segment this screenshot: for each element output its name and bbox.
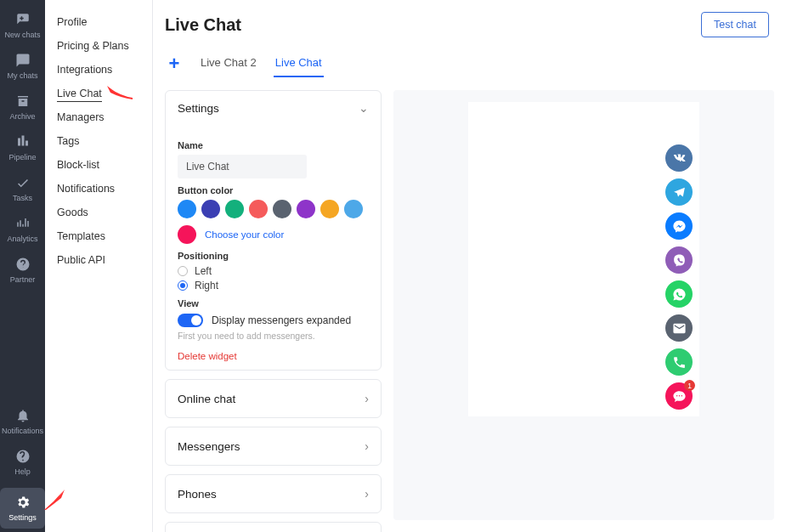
subnav-integrations[interactable]: Integrations bbox=[45, 58, 152, 82]
view-label: View bbox=[178, 298, 369, 308]
tab-live-chat-2[interactable]: Live Chat 2 bbox=[199, 49, 258, 77]
messenger-bubble-icon[interactable] bbox=[665, 212, 693, 240]
page-title: Live Chat bbox=[165, 15, 241, 35]
rail-notifications[interactable]: Notifications bbox=[0, 403, 45, 444]
color-swatch[interactable] bbox=[344, 200, 363, 218]
subnav-goods[interactable]: Goods bbox=[45, 201, 152, 224]
color-swatch[interactable] bbox=[201, 200, 220, 218]
online-chat-section[interactable]: Online chat› bbox=[165, 379, 382, 418]
preview-panel: 1 bbox=[393, 90, 774, 520]
color-swatch[interactable] bbox=[178, 200, 196, 218]
rail-tasks[interactable]: Tasks bbox=[0, 170, 45, 211]
phones-section[interactable]: Phones› bbox=[165, 474, 382, 513]
color-swatches bbox=[178, 200, 369, 218]
messengers-section[interactable]: Messengers› bbox=[165, 427, 382, 466]
view-hint: First you need to add messengers. bbox=[178, 331, 369, 341]
name-label: Name bbox=[178, 140, 369, 150]
custom-color-swatch[interactable] bbox=[178, 225, 196, 244]
test-chat-button[interactable]: Test chat bbox=[701, 12, 769, 37]
position-right-radio[interactable]: Right bbox=[178, 280, 369, 291]
subnav-block-list[interactable]: Block-list bbox=[45, 153, 152, 177]
rail-my-chats[interactable]: My chats bbox=[0, 48, 45, 88]
positioning-label: Positioning bbox=[178, 251, 369, 261]
chevron-right-icon: › bbox=[365, 487, 369, 501]
main-nav-rail: New chats My chats Archive Pipeline Task… bbox=[0, 0, 45, 532]
toggle-label: Display messengers expanded bbox=[212, 314, 351, 326]
display-expanded-toggle[interactable] bbox=[178, 314, 203, 327]
viber-bubble-icon[interactable] bbox=[665, 246, 693, 274]
position-left-radio[interactable]: Left bbox=[178, 265, 369, 277]
rail-analytics[interactable]: Analytics bbox=[0, 211, 45, 252]
settings-card: Settings ⌄ Name Button color bbox=[165, 90, 382, 371]
svg-text:$: $ bbox=[20, 261, 25, 269]
notification-badge: 1 bbox=[684, 380, 695, 391]
rail-help[interactable]: Help bbox=[0, 444, 45, 484]
subnav-public-api[interactable]: Public API bbox=[45, 248, 152, 272]
choose-color-link[interactable]: Choose your color bbox=[205, 229, 284, 240]
settings-section-header[interactable]: Settings ⌄ bbox=[166, 91, 381, 125]
widget-name-input[interactable] bbox=[178, 155, 307, 178]
subnav-live-chat[interactable]: Live Chat bbox=[45, 82, 152, 105]
widget-preview: 1 bbox=[468, 102, 699, 416]
telegram-bubble-icon[interactable] bbox=[665, 178, 693, 206]
button-color-label: Button color bbox=[178, 185, 369, 195]
rail-settings[interactable]: Settings bbox=[0, 488, 45, 529]
subnav-tags[interactable]: Tags bbox=[45, 129, 152, 153]
color-swatch[interactable] bbox=[225, 200, 244, 218]
whatsapp-bubble-icon[interactable] bbox=[665, 280, 693, 308]
rail-pipeline[interactable]: Pipeline bbox=[0, 129, 45, 170]
rail-partner[interactable]: $ Partner bbox=[0, 252, 45, 292]
subnav-managers[interactable]: Managers bbox=[45, 105, 152, 129]
tab-live-chat[interactable]: Live Chat bbox=[274, 49, 324, 77]
color-swatch[interactable] bbox=[297, 200, 315, 218]
quick-answers-section[interactable]: Quick answers› bbox=[165, 522, 382, 532]
email-bubble-icon[interactable] bbox=[665, 314, 693, 342]
color-swatch[interactable] bbox=[273, 200, 291, 218]
subnav-pricing[interactable]: Pricing & Plans bbox=[45, 34, 152, 58]
color-swatch[interactable] bbox=[249, 200, 268, 218]
rail-archive[interactable]: Archive bbox=[0, 88, 45, 129]
widget-tabs: + Live Chat 2 Live Chat bbox=[153, 37, 786, 78]
subnav-profile[interactable]: Profile bbox=[45, 10, 152, 34]
chat-bubble-icon[interactable]: 1 bbox=[665, 382, 693, 410]
settings-subnav: Profile Pricing & Plans Integrations Liv… bbox=[45, 0, 153, 532]
chevron-right-icon: › bbox=[365, 392, 369, 405]
subnav-notifications[interactable]: Notifications bbox=[45, 177, 152, 201]
add-widget-button[interactable]: + bbox=[165, 54, 184, 73]
phone-bubble-icon[interactable] bbox=[665, 348, 693, 376]
annotation-arrow-icon bbox=[104, 82, 133, 104]
color-swatch[interactable] bbox=[320, 200, 339, 218]
subnav-templates[interactable]: Templates bbox=[45, 224, 152, 248]
chevron-right-icon: › bbox=[365, 439, 369, 453]
vk-bubble-icon[interactable] bbox=[665, 144, 693, 172]
rail-new-chats[interactable]: New chats bbox=[0, 7, 45, 48]
delete-widget-link[interactable]: Delete widget bbox=[178, 351, 369, 361]
annotation-arrow-icon bbox=[44, 484, 70, 512]
chevron-down-icon: ⌄ bbox=[359, 101, 369, 115]
